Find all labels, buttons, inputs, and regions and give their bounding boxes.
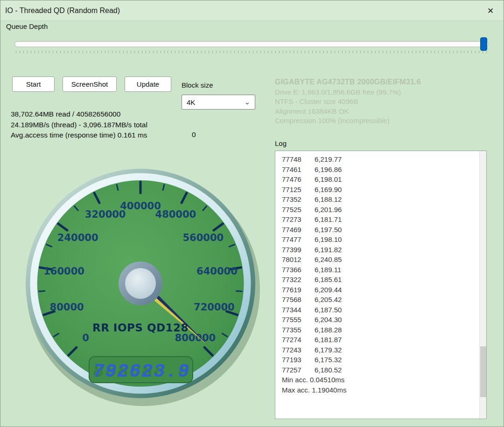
- drive-info: GIGABYTE AG4732TB 2000GB/EIFM31.6 Drive …: [275, 78, 421, 124]
- log-mbps: 6,205.42: [315, 295, 342, 305]
- log-mbps: 6,181.71: [315, 214, 342, 225]
- log-row[interactable]: 773996,191.82: [282, 245, 486, 255]
- log-iops: 77619: [282, 285, 308, 295]
- update-button[interactable]: Update: [125, 76, 171, 92]
- log-row[interactable]: 775556,204.30: [282, 315, 486, 325]
- window-title: IO - Threaded QD (Random Read): [5, 7, 120, 15]
- block-size-select[interactable]: 4K ⌄: [182, 95, 255, 110]
- close-button[interactable]: ✕: [480, 3, 501, 19]
- log-row[interactable]: 771936,175.32: [282, 355, 486, 365]
- block-size-value: 4K: [187, 98, 195, 106]
- stats-block: 38,702.64MB read / 40582656000 24.189MB/…: [11, 109, 147, 141]
- start-button[interactable]: Start: [12, 76, 55, 92]
- log-row[interactable]: 772736,181.71: [282, 214, 486, 225]
- log-iops: 77568: [282, 295, 308, 305]
- log-iops: 77352: [282, 194, 308, 205]
- log-mbps: 6,191.82: [315, 245, 342, 255]
- log-iops: 77274: [282, 335, 308, 345]
- svg-text:560000: 560000: [182, 232, 224, 243]
- log-row[interactable]: 774696,197.50: [282, 225, 486, 235]
- log-footer-line[interactable]: Max acc. 1.19040ms: [282, 385, 486, 395]
- log-row[interactable]: 774766,198.01: [282, 174, 486, 185]
- log-mbps: 6,197.50: [315, 225, 342, 235]
- log-footer-text: Min acc. 0.04510ms: [282, 375, 344, 385]
- log-row[interactable]: 775686,205.42: [282, 295, 486, 305]
- log-row[interactable]: 773226,185.61: [282, 275, 486, 285]
- log-row[interactable]: 776196,209.44: [282, 285, 486, 295]
- log-label: Log: [275, 139, 287, 147]
- log-mbps: 6,198.01: [315, 174, 342, 185]
- log-mbps: 6,180.52: [315, 365, 342, 375]
- log-iops: 77243: [282, 345, 308, 355]
- log-row[interactable]: 774776,198.10: [282, 234, 486, 245]
- svg-text:480000: 480000: [155, 209, 196, 220]
- log-row[interactable]: 772746,181.87: [282, 335, 486, 345]
- log-listbox[interactable]: 777486,219.77774616,196.86774766,198.017…: [275, 151, 487, 419]
- log-footer-text: Max acc. 1.19040ms: [282, 385, 346, 395]
- log-row[interactable]: 773446,187.50: [282, 305, 486, 315]
- drive-info-line: Alignment 16384KB OK: [275, 107, 421, 115]
- log-iops: 77257: [282, 365, 308, 375]
- log-row[interactable]: 772576,180.52: [282, 365, 486, 375]
- log-list: 777486,219.77774616,196.86774766,198.017…: [282, 154, 486, 395]
- svg-text:80000: 80000: [50, 302, 84, 313]
- log-row[interactable]: 773526,188.12: [282, 194, 486, 205]
- log-mbps: 6,240.85: [315, 255, 342, 265]
- log-mbps: 6,181.87: [315, 335, 342, 345]
- counter-value: 0: [192, 131, 196, 139]
- log-row[interactable]: 771256,169.90: [282, 185, 486, 195]
- log-row[interactable]: 772436,179.32: [282, 345, 486, 355]
- log-iops: 77193: [282, 355, 308, 365]
- slider-thumb[interactable]: [480, 37, 487, 51]
- log-mbps: 6,169.90: [315, 185, 342, 195]
- log-iops: 77355: [282, 325, 308, 335]
- log-mbps: 6,196.86: [315, 165, 342, 175]
- log-row[interactable]: 780126,240.85: [282, 255, 486, 265]
- close-icon: ✕: [487, 6, 494, 16]
- iops-gauge: 0800001600002400003200004000004800005600…: [14, 155, 269, 416]
- slider-track[interactable]: [14, 41, 489, 47]
- log-iops: 77476: [282, 174, 308, 185]
- log-mbps: 6,185.61: [315, 275, 342, 285]
- log-row[interactable]: 774616,196.86: [282, 165, 486, 175]
- drive-info-line: Drive E: 1,863.0/1,856.6GB free (99.7%): [275, 88, 421, 96]
- log-scrollbar[interactable]: [479, 151, 486, 419]
- speed-stats: 24.189MB/s (thread) - 3,096.187MB/s tota…: [11, 120, 147, 131]
- log-mbps: 6,188.12: [315, 194, 342, 205]
- log-footer-line[interactable]: Min acc. 0.04510ms: [282, 375, 486, 385]
- log-mbps: 6,204.30: [315, 315, 342, 325]
- log-row[interactable]: 773666,189.11: [282, 265, 486, 275]
- title-bar: IO - Threaded QD (Random Read) ✕: [0, 0, 504, 21]
- log-iops: 77525: [282, 205, 308, 215]
- scrollbar-thumb[interactable]: [480, 346, 486, 397]
- log-mbps: 6,188.28: [315, 325, 342, 335]
- log-iops: 77399: [282, 245, 308, 255]
- gauge-container: 0800001600002400003200004000004800005600…: [14, 155, 269, 416]
- svg-text:160000: 160000: [43, 266, 84, 277]
- chevron-down-icon: ⌄: [244, 98, 250, 106]
- log-iops: 77477: [282, 234, 308, 245]
- log-iops: 77469: [282, 225, 308, 235]
- drive-info-line: NTFS - Cluster size 4096B: [275, 97, 421, 105]
- access-time-stats: Avg.access time (response time) 0.161 ms: [11, 130, 147, 141]
- block-size-label: Block size: [182, 81, 213, 89]
- read-stats: 38,702.64MB read / 40582656000: [11, 109, 147, 120]
- log-iops: 78012: [282, 255, 308, 265]
- log-mbps: 6,209.44: [315, 285, 342, 295]
- screenshot-button[interactable]: ScreenShot: [63, 76, 117, 92]
- svg-text:720000: 720000: [194, 302, 235, 313]
- log-row[interactable]: 777486,219.77: [282, 154, 486, 165]
- log-iops: 77555: [282, 315, 308, 325]
- svg-text:240000: 240000: [57, 232, 98, 243]
- queue-depth-slider[interactable]: [14, 35, 489, 54]
- log-row[interactable]: 775256,201.96: [282, 205, 486, 215]
- log-iops: 77461: [282, 165, 308, 175]
- log-iops: 77344: [282, 305, 308, 315]
- log-row[interactable]: 773556,188.28: [282, 325, 486, 335]
- queue-depth-label: Queue Depth: [6, 22, 48, 30]
- svg-text:0: 0: [82, 332, 89, 344]
- log-mbps: 6,187.50: [315, 305, 342, 315]
- drive-title: GIGABYTE AG4732TB 2000GB/EIFM31.6: [275, 78, 421, 86]
- log-mbps: 6,179.32: [315, 345, 342, 355]
- log-mbps: 6,219.77: [315, 154, 342, 165]
